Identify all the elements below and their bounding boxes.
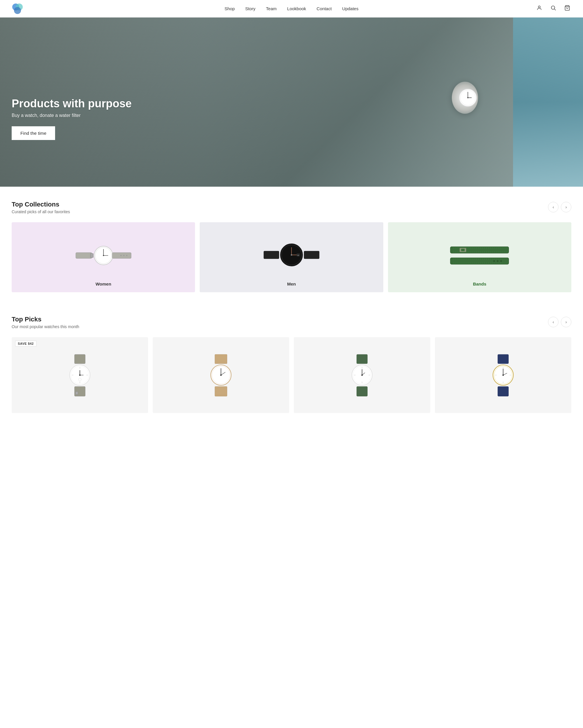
svg-rect-55 [76, 392, 78, 395]
svg-point-11 [467, 97, 468, 98]
collection-bands-card[interactable]: Bands [388, 222, 571, 292]
collection-bands-image [415, 238, 544, 273]
nav-links: Shop Story Team Lookbook Contact Updates [224, 6, 358, 11]
svg-rect-34 [461, 249, 465, 251]
collection-men-label: Men [287, 282, 296, 286]
cart-button[interactable] [563, 4, 571, 14]
svg-rect-94 [498, 387, 509, 396]
hero-watch-decoration [452, 82, 478, 114]
svg-point-42 [500, 260, 502, 262]
svg-rect-54 [75, 387, 85, 396]
top-picks-arrows: ‹ › [548, 317, 571, 327]
collections-prev-button[interactable]: ‹ [548, 202, 558, 212]
collection-bands-label: Bands [473, 282, 486, 286]
top-picks-prev-button[interactable]: ‹ [548, 317, 558, 327]
svg-point-28 [290, 254, 292, 256]
svg-rect-12 [76, 253, 92, 258]
pick-card-3[interactable] [294, 337, 430, 413]
svg-point-82 [361, 374, 363, 376]
navbar: Shop Story Team Lookbook Contact Updates [0, 0, 583, 18]
collections-next-button[interactable]: › [561, 202, 571, 212]
search-button[interactable] [549, 4, 557, 14]
svg-point-20 [120, 255, 121, 256]
hero-section: Products with purpose Buy a watch, donat… [0, 18, 583, 187]
nav-story[interactable]: Story [245, 6, 255, 11]
svg-point-52 [79, 374, 81, 376]
collections-arrows: ‹ › [548, 202, 571, 212]
svg-rect-23 [264, 251, 279, 259]
svg-point-93 [503, 374, 504, 376]
svg-rect-43 [75, 354, 85, 364]
pick-card-4[interactable] [435, 337, 571, 413]
svg-point-21 [123, 255, 124, 256]
svg-rect-84 [498, 354, 509, 364]
collections-title: Top Collections [12, 201, 70, 208]
nav-updates[interactable]: Updates [342, 6, 359, 11]
pick-card-2[interactable] [153, 337, 289, 413]
svg-rect-13 [90, 254, 93, 258]
collection-women-label: Women [95, 282, 111, 286]
top-picks-title: Top Picks [12, 316, 79, 323]
nav-shop[interactable]: Shop [224, 6, 235, 11]
pick-watch-3 [314, 349, 410, 401]
pick-watch-1 [32, 349, 128, 401]
svg-rect-32 [450, 247, 509, 253]
nav-icons [535, 4, 571, 14]
collection-men-card[interactable]: 01 Men [200, 222, 383, 292]
picks-grid: SAVE $42 [12, 337, 571, 413]
svg-rect-83 [357, 387, 368, 396]
svg-point-4 [551, 6, 555, 9]
pick-card-1[interactable]: SAVE $42 [12, 337, 148, 413]
top-picks-subtitle: Our most popular watches this month [12, 324, 79, 329]
svg-rect-37 [450, 258, 509, 264]
top-picks-next-button[interactable]: › [561, 317, 571, 327]
collections-section: Top Collections Curated picks of all our… [0, 187, 583, 302]
svg-line-5 [554, 9, 556, 10]
svg-rect-19 [112, 253, 131, 258]
hero-cta-button[interactable]: Find the time [12, 126, 55, 140]
hero-title: Products with purpose [12, 98, 132, 110]
hero-subtitle: Buy a watch, donate a water filter [12, 113, 132, 118]
top-picks-section: Top Picks Our most popular watches this … [0, 302, 583, 422]
account-button[interactable] [535, 4, 543, 14]
svg-rect-31 [304, 251, 319, 259]
collections-header: Top Collections Curated picks of all our… [12, 201, 571, 214]
nav-lookbook[interactable]: Lookbook [287, 6, 306, 11]
nav-team[interactable]: Team [266, 6, 277, 11]
svg-point-66 [220, 374, 222, 376]
svg-point-40 [493, 260, 495, 262]
svg-rect-67 [215, 387, 227, 396]
svg-point-2 [14, 7, 21, 14]
svg-point-18 [103, 255, 104, 256]
top-picks-header: Top Picks Our most popular watches this … [12, 316, 571, 329]
collection-women-card[interactable]: Women [12, 222, 195, 292]
svg-point-3 [538, 6, 540, 8]
svg-rect-73 [357, 354, 368, 364]
svg-point-41 [497, 260, 498, 262]
pick-watch-4 [455, 349, 551, 401]
svg-text:01: 01 [297, 254, 299, 256]
hero-content: Products with purpose Buy a watch, donat… [12, 98, 132, 140]
collection-men-image: 01 [227, 238, 356, 273]
collections-grid: Women 01 [12, 222, 571, 292]
collection-women-image [39, 238, 168, 273]
svg-point-22 [126, 255, 128, 256]
collections-subtitle: Curated picks of all our favorites [12, 209, 70, 214]
logo[interactable] [12, 3, 23, 15]
pick-badge-1: SAVE $42 [15, 341, 36, 346]
nav-contact[interactable]: Contact [316, 6, 332, 11]
pick-watch-2 [173, 349, 269, 401]
